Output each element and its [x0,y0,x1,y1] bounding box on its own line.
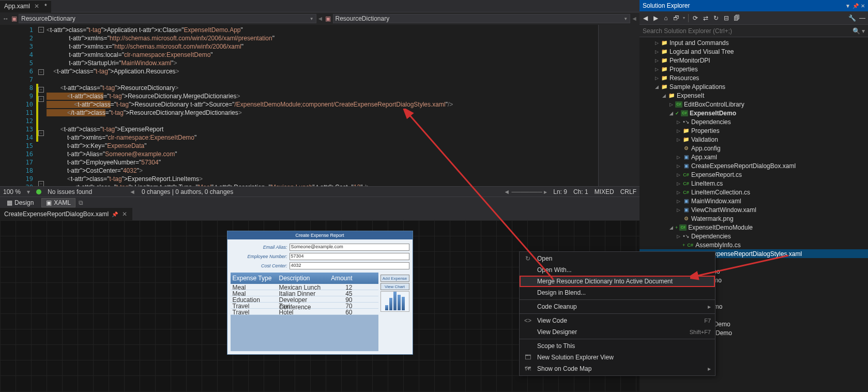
ctx-new-view[interactable]: 🗔 New Solution Explorer View [520,352,715,363]
forward-icon[interactable]: ▶ [652,14,659,22]
table-row: MealMexican Lunch12 [231,284,378,290]
open-icon: ↻ [524,255,532,262]
tree-item[interactable]: ⚙Watermark.png [639,214,868,223]
form-title: Create Expense Report [227,231,413,239]
issues-icon [36,189,41,194]
home-icon[interactable]: ⌂ [662,14,669,22]
indent-text[interactable]: MIXED [595,188,614,195]
pin-icon[interactable]: 📌 [112,212,118,217]
tree-item[interactable]: ▷📁Properties [639,65,868,73]
type-dropdown[interactable]: ResourceDictionary ▼ [19,14,316,23]
tree-item[interactable]: ▷📁Validation [639,135,868,144]
search-input[interactable] [643,27,852,35]
ctx-view-designer[interactable]: View Designer Shift+F7 [520,326,715,338]
view-chart-button: View Chart [380,283,409,290]
tab-app-xaml[interactable]: App.xaml ✕ [0,0,51,12]
tree-item[interactable]: ▷▣MainWindow.xaml [639,197,868,205]
window-menu-icon[interactable]: ▼ [845,3,850,9]
design-icon: ▦ [7,199,12,206]
ch-text[interactable]: Ch: 1 [573,188,588,195]
tree-item[interactable]: ▷▣CreateExpenseReportDialogBox.xaml [639,161,868,170]
tab-label: App.xaml [4,3,30,10]
tree-item[interactable]: ▷📁Input and Commands [639,38,868,47]
codemap-icon: 🗺 [524,365,532,372]
explorer-icon: 🗔 [524,354,532,361]
minimap[interactable] [598,25,639,186]
ctx-view-code[interactable]: <> View Code F7 [520,315,715,326]
back-icon[interactable]: ◀ [642,14,649,22]
showall-icon[interactable]: 🗐 [733,14,740,22]
code-editor[interactable]: 123456789101112131415161718192021 −−−−−−… [0,25,639,186]
ctx-merge-resource-dictionary[interactable]: Merge Resource Dictionary Into Active Do… [520,276,715,287]
tree-item[interactable]: ▷C#LineItemCollection.cs [639,188,868,197]
nav-back-icon[interactable]: ↔ [2,15,9,22]
ctx-open-with[interactable]: Open With... [520,264,715,276]
lineending-text[interactable]: CRLF [620,188,636,195]
member-dropdown[interactable]: ResourceDictionary ▼ [333,14,631,23]
tree-item[interactable]: ▷📁PerMonitorDPI [639,56,868,65]
tree-item[interactable]: ◢✓C#ExpenseItDemo [639,109,868,117]
table-row: TravelTaxi70 [231,303,378,309]
ctx-scope[interactable]: Scope to This [520,340,715,352]
pending-icon[interactable]: ⇄ [702,14,709,22]
ctx-codemap[interactable]: 🗺 Show on Code Map ▸ [520,363,715,374]
add-expense-button: Add Expense [380,275,409,282]
close-icon[interactable]: ✕ [121,210,128,218]
designer-tab-bar: CreateExpenseReportDialogBox.xaml 📌 ✕ [0,208,639,220]
ctx-design-blend[interactable]: Design in Blend... [520,287,715,298]
employee-field: 57304 [290,253,409,260]
preview-icon[interactable]: — [859,14,866,22]
form-preview: Create Expense Report Email Alias: Someo… [227,231,413,355]
zoom-level[interactable]: 100 % [3,188,21,195]
se-title: Solution Explorer [643,2,690,9]
ctx-code-cleanup[interactable]: Code Cleanup ▸ [520,301,715,312]
tree-item[interactable]: +C#AssemblyInfo.cs [639,240,868,249]
costcenter-field: 4032 [290,262,409,269]
ctx-open[interactable]: ↻ Open [520,253,715,264]
tree-item[interactable]: ▷▣App.xaml [639,153,868,161]
pin-icon[interactable]: 📌 [852,3,859,9]
tree-item[interactable]: ▷📁Logical and Visual Tree [639,47,868,56]
close-icon[interactable]: ✕ [861,3,865,9]
tree-item[interactable]: ◢📁ExpenseIt [639,91,868,100]
switch-view-icon[interactable]: 🗗 [673,14,680,22]
tree-item[interactable]: ◢📁Sample Applications [639,82,868,91]
collapse-icon[interactable]: ⊟ [723,14,730,22]
table-row: TravelHotel60 [231,309,378,315]
table-row: MealItalian Dinner45 [231,290,378,296]
se-search[interactable]: 🔍 ▾ [639,25,868,37]
chart-preview [380,291,409,312]
xaml-icon: ▣ [46,199,52,206]
line-numbers: 123456789101112131415161718192021 [0,25,36,186]
grid-header: Expense Type Description Amount [231,273,378,284]
tree-item[interactable]: ▷•↘Dependencies [639,117,868,126]
tree-item[interactable]: ◢+C#ExpenseItDemoModule [639,223,868,232]
sync-icon[interactable]: ⟳ [692,14,699,22]
table-row: EducationDeveloper Conference90 [231,296,378,303]
tree-item[interactable]: ▷C#ExpenseReport.cs [639,170,868,179]
issues-text[interactable]: No issues found [48,188,92,195]
solution-explorer-header: Solution Explorer ▼ 📌 ✕ [639,0,868,11]
tree-item[interactable]: ▷▣ViewChartWindow.xaml [639,205,868,214]
designer-mode-bar: ▦ Design ▣ XAML ⧉ [0,197,639,208]
design-mode-button[interactable]: ▦ Design [2,198,38,207]
tree-item[interactable]: ⚙App.config [639,144,868,153]
popout-icon[interactable]: ⧉ [79,199,83,206]
member-icon: ▣ [325,15,332,22]
refresh-icon[interactable]: ↻ [712,14,720,22]
tree-item[interactable]: ▷C#EditBoxControlLibrary [639,100,868,109]
designer-tab[interactable]: CreateExpenseReportDialogBox.xaml 📌 ✕ [0,208,132,220]
tree-item[interactable]: ▷C#LineItem.cs [639,179,868,188]
tree-item[interactable]: ▷📁Resources [639,73,868,82]
xaml-mode-button[interactable]: ▣ XAML [41,198,75,207]
ln-text[interactable]: Ln: 9 [553,188,567,195]
close-icon[interactable]: ✕ [33,3,40,10]
tree-item[interactable]: ▷📁Properties [639,126,868,135]
se-toolbar: ◀ ▶ ⌂ 🗗 ▾ ⟳ ⇄ ↻ ⊟ 🗐 🔧 — [639,11,868,25]
changes-text[interactable]: 0 changes | 0 authors, 0 changes [142,188,233,195]
nav-bar: ↔ ▣ ResourceDictionary ▼ ◄ ▣ ResourceDic… [0,12,639,25]
code-icon: <> [524,317,532,324]
search-icon[interactable]: 🔍 ▾ [852,27,865,35]
tree-item[interactable]: ▷•↘Dependencies [639,232,868,240]
properties-icon[interactable]: 🔧 [848,14,856,22]
